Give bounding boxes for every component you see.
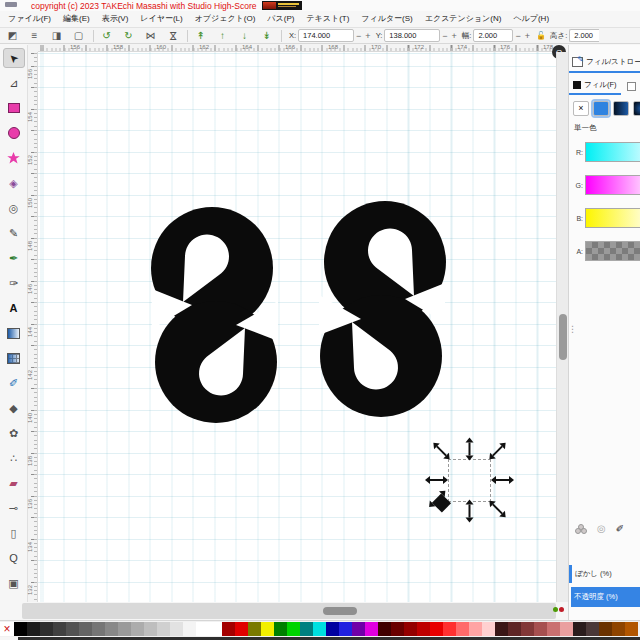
linear-gradient-button[interactable] (613, 101, 629, 116)
menu-item-1[interactable]: 編集(E) (57, 11, 96, 27)
infinity-eight-glyph-right[interactable] (317, 201, 447, 417)
horizontal-scrollbar[interactable] (22, 603, 556, 619)
palette-swatch-17[interactable] (235, 622, 248, 636)
eyedropper-icon[interactable]: ✐ (616, 523, 624, 534)
palette-swatch-26[interactable] (352, 622, 365, 636)
menu-item-3[interactable]: レイヤー(L) (134, 11, 188, 27)
palette-swatch-31[interactable] (417, 622, 430, 636)
vertical-scrollbar-thumb[interactable] (559, 314, 567, 360)
palette-swatch-7[interactable] (105, 622, 118, 636)
tool-tweak[interactable]: ✿ (3, 423, 25, 443)
palette-swatch-41[interactable] (547, 622, 560, 636)
lock-ratio-icon[interactable]: 🔓 (536, 31, 546, 40)
radial-gradient-button[interactable] (633, 101, 640, 116)
scale-handle-s[interactable] (469, 505, 471, 518)
palette-swatch-33[interactable] (443, 622, 456, 636)
palette-swatch-44[interactable] (586, 622, 599, 636)
scale-handle-se[interactable] (492, 504, 503, 515)
select-same-icon[interactable]: ≡ (26, 29, 43, 43)
menu-item-9[interactable]: ヘルプ(H) (507, 11, 555, 27)
palette-swatch-11[interactable] (157, 622, 170, 636)
palette-swatch-2[interactable] (40, 622, 53, 636)
palette-swatch-36[interactable] (482, 622, 495, 636)
tool-box-3d[interactable]: ◈ (3, 173, 25, 193)
menu-item-0[interactable]: ファイル(F) (2, 11, 57, 27)
wheel-icon[interactable]: ◎ (597, 523, 606, 534)
palette-swatch-13[interactable] (183, 622, 196, 636)
raise-to-top-icon[interactable]: ↟ (192, 29, 209, 43)
canvas[interactable] (38, 52, 556, 602)
palette-swatch-10[interactable] (144, 622, 157, 636)
palette-swatch-29[interactable] (391, 622, 404, 636)
palette-swatch-18[interactable] (248, 622, 261, 636)
tool-pencil[interactable]: ✎ (3, 223, 25, 243)
tool-ellipse[interactable] (3, 123, 25, 143)
palette-swatch-16[interactable] (222, 622, 235, 636)
y-stepper[interactable]: −+ (440, 31, 459, 41)
x-stepper[interactable]: −+ (354, 31, 373, 41)
palette-swatch-32[interactable] (430, 622, 443, 636)
palette-swatch-30[interactable] (404, 622, 417, 636)
raise-icon[interactable]: ↑ (214, 29, 231, 43)
palette-swatch-45[interactable] (599, 622, 612, 636)
palette-swatch-15[interactable] (209, 622, 222, 636)
selection-frame-icon[interactable]: ▢ (70, 29, 87, 43)
menu-item-8[interactable]: エクステンション(N) (419, 11, 508, 27)
scale-handle-w[interactable] (430, 479, 443, 481)
x-input[interactable]: 174.000 (298, 29, 354, 42)
lower-to-bottom-icon[interactable]: ↡ (258, 29, 275, 43)
tool-star[interactable] (3, 148, 25, 168)
slider-s-b[interactable] (585, 208, 640, 228)
blur-control[interactable]: ぼかし (%) (569, 565, 640, 583)
lower-icon[interactable]: ↓ (236, 29, 253, 43)
palette-swatch-27[interactable] (365, 622, 378, 636)
height-input[interactable]: 2.000 (569, 29, 599, 42)
palette-swatch-39[interactable] (521, 622, 534, 636)
palette-swatch-37[interactable] (495, 622, 508, 636)
tool-mesh-gradient[interactable] (3, 348, 25, 368)
palette-swatch-4[interactable] (66, 622, 79, 636)
width-input[interactable]: 2.000 (473, 29, 513, 42)
tool-node-editor[interactable]: ⊿ (3, 73, 25, 93)
rotate-cw-icon[interactable]: ↻ (120, 29, 137, 43)
deselect-icon[interactable]: ◨ (48, 29, 65, 43)
tab-fill[interactable]: フィル(F) (569, 77, 621, 95)
palette-swatch-47[interactable] (625, 622, 638, 636)
palette-swatch-23[interactable] (313, 622, 326, 636)
palette-swatch-21[interactable] (287, 622, 300, 636)
palette-swatch-34[interactable] (456, 622, 469, 636)
tab-stroke-paint[interactable] (627, 82, 636, 91)
menu-item-7[interactable]: フィルター(S) (355, 11, 418, 27)
palette-swatch-40[interactable] (534, 622, 547, 636)
tool-gradient[interactable] (3, 323, 25, 343)
horizontal-ruler[interactable]: 156158160162164166168170172174176178 (38, 44, 556, 52)
palette-swatch-20[interactable] (274, 622, 287, 636)
panel-resize-handle[interactable]: ⋮ (568, 327, 571, 347)
tool-selector[interactable]: ➤ (3, 48, 25, 68)
flip-horizontal-icon[interactable]: ⋈ (142, 29, 159, 43)
selection-marquee[interactable] (448, 459, 491, 502)
infinity-eight-glyph-left[interactable] (150, 207, 280, 423)
width-stepper[interactable]: −+ (513, 31, 532, 41)
tab-fill-stroke[interactable]: フィル/ストローク (569, 53, 640, 71)
palette-swatch-0[interactable] (14, 622, 27, 636)
palette-swatch-28[interactable] (378, 622, 391, 636)
palette-swatch-12[interactable] (170, 622, 183, 636)
palette-swatch-22[interactable] (300, 622, 313, 636)
slider-s-r[interactable] (585, 142, 640, 162)
palette-swatch-3[interactable] (53, 622, 66, 636)
scale-handle-ne[interactable] (492, 446, 503, 457)
tool-zoom[interactable]: Q (3, 548, 25, 568)
rotate-ccw-icon[interactable]: ↺ (98, 29, 115, 43)
tool-page[interactable]: ▯ (3, 523, 25, 543)
snap-controls-icon[interactable] (551, 601, 565, 617)
menu-item-5[interactable]: パス(P) (261, 11, 300, 27)
tool-bezier-pen[interactable]: ✒ (3, 248, 25, 268)
horizontal-scrollbar-thumb[interactable] (323, 607, 357, 615)
y-input[interactable]: 138.000 (384, 29, 440, 42)
palette-swatch-24[interactable] (326, 622, 339, 636)
tool-paint-bucket[interactable]: ◆ (3, 398, 25, 418)
palette-swatch-35[interactable] (469, 622, 482, 636)
tool-dropper[interactable]: ✐ (3, 373, 25, 393)
swatch-none[interactable]: × (0, 622, 14, 636)
